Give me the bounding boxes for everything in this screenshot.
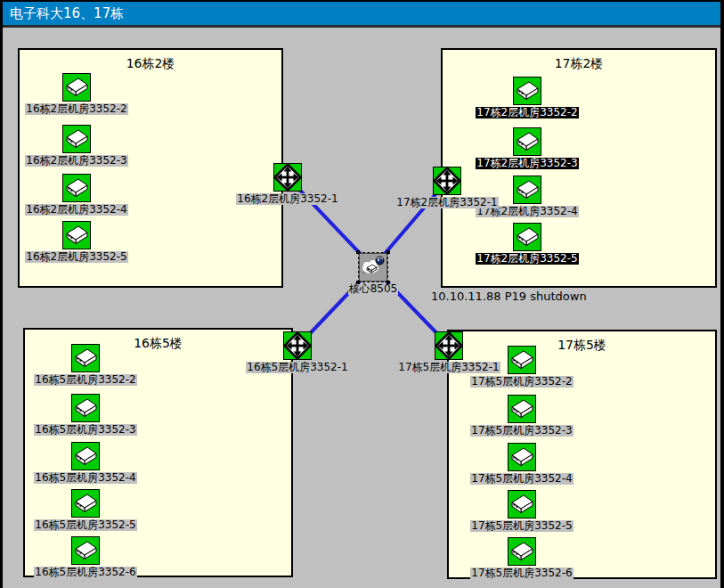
switch-icon	[513, 127, 541, 156]
switch-icon	[508, 346, 536, 374]
switch-icon	[62, 221, 91, 249]
switch-icon	[513, 223, 541, 251]
switch-icon	[71, 489, 100, 518]
switch-icon	[71, 536, 100, 565]
switch-node-17f5-3352-3[interactable]: 17栋5层机房3352-3	[460, 395, 584, 437]
device-label: 16栋5层机房3352-1	[246, 362, 348, 373]
core-switch-node[interactable]: 核心8505	[311, 253, 435, 295]
switch-node-17f2-3352-3[interactable]: 17栋2层机房3352-3	[465, 127, 590, 169]
switch-icon	[62, 125, 91, 153]
router-icon	[283, 331, 312, 360]
switch-node-16f5-3352-6[interactable]: 16栋5层机房3352-6	[23, 536, 148, 578]
device-label: 17栋5层机房3352-6	[470, 568, 573, 579]
router-icon	[433, 167, 461, 195]
selection-handle	[386, 250, 390, 254]
switch-icon	[71, 344, 100, 372]
device-label: 17栋5层机房3352-1	[397, 362, 500, 373]
switch-icon	[508, 490, 536, 519]
device-label: 17栋5层机房3352-4	[470, 473, 573, 485]
selection-handle	[386, 281, 390, 284]
selection-handle	[356, 250, 360, 254]
switch-node-16f2-3352-4[interactable]: 16栋2层机房3352-4	[14, 174, 139, 216]
switch-node-16f2-3352-3[interactable]: 16栋2层机房3352-3	[14, 125, 139, 167]
switch-node-17f5-3352-6[interactable]: 17栋5层机房3352-6	[460, 537, 584, 579]
router-icon	[435, 331, 463, 360]
window-border-top	[0, 0, 724, 2]
switch-node-16f2-3352-5[interactable]: 16栋2层机房3352-5	[14, 221, 139, 263]
router-node-16f5-3352-1[interactable]: 16栋5层机房3352-1	[235, 331, 360, 373]
switch-node-17f2-3352-2[interactable]: 17栋2层机房3352-2	[465, 77, 590, 118]
switch-icon	[62, 73, 91, 102]
switch-node-16f5-3352-2[interactable]: 16栋5层机房3352-2	[23, 344, 148, 386]
switch-icon	[62, 174, 91, 202]
switch-icon	[71, 394, 100, 422]
device-label: 16栋5层机房3352-3	[34, 424, 136, 436]
shutdown-annotation: 10.10.11.88 P19 shutdown	[431, 290, 587, 303]
device-label: 17栋5层机房3352-5	[470, 520, 573, 532]
router-icon	[273, 163, 302, 192]
switch-icon	[513, 176, 541, 204]
group-box-title: 17栋2楼	[443, 56, 715, 72]
device-label: 17栋2层机房3352-2	[476, 107, 578, 118]
group-box-title: 16栋2楼	[20, 56, 281, 72]
switch-node-16f5-3352-3[interactable]: 16栋5层机房3352-3	[23, 394, 148, 436]
device-label: 17栋2层机房3352-5	[476, 253, 578, 265]
switch-icon	[513, 77, 541, 105]
selection-handle	[356, 281, 360, 284]
switch-icon	[508, 443, 536, 471]
device-label: 16栋2层机房3352-4	[25, 204, 127, 216]
switch-node-17f5-3352-5[interactable]: 17栋5层机房3352-5	[460, 490, 584, 532]
device-label: 16栋5层机房3352-4	[34, 472, 136, 484]
device-label: 16栋2层机房3352-3	[25, 155, 127, 167]
device-label: 16栋5层机房3352-5	[34, 519, 136, 531]
switch-node-16f5-3352-5[interactable]: 16栋5层机房3352-5	[23, 489, 148, 531]
device-label: 16栋2层机房3352-1	[236, 193, 338, 205]
device-label: 17栋5层机房3352-2	[470, 376, 573, 388]
router-node-17f5-3352-1[interactable]: 17栋5层机房3352-1	[386, 331, 511, 373]
device-label: 16栋5层机房3352-6	[34, 567, 136, 578]
switch-node-16f5-3352-4[interactable]: 16栋5层机房3352-4	[23, 442, 148, 484]
switch-node-17f5-3352-4[interactable]: 17栋5层机房3352-4	[460, 443, 584, 485]
window-border-right	[720, 0, 724, 588]
switch-icon	[508, 537, 536, 566]
core-switch-icon	[359, 253, 387, 282]
title-bar: 电子科大16、17栋	[3, 2, 720, 25]
device-label: 16栋2层机房3352-5	[25, 251, 127, 263]
title-bar-separator	[0, 25, 724, 28]
device-label: 16栋5层机房3352-2	[34, 374, 136, 386]
router-node-17f2-3352-1[interactable]: 17栋2层机房3352-1	[385, 167, 509, 208]
switch-node-17f2-3352-5[interactable]: 17栋2层机房3352-5	[465, 223, 590, 265]
device-label: 17栋2层机房3352-1	[395, 197, 498, 208]
switch-node-16f2-3352-2[interactable]: 16栋2层机房3352-2	[14, 73, 139, 115]
window-border-left	[0, 0, 3, 588]
switch-icon	[508, 395, 536, 423]
device-label: 核心8505	[348, 283, 399, 295]
switch-icon	[71, 442, 100, 470]
window-title: 电子科大16、17栋	[10, 5, 124, 22]
device-label: 17栋5层机房3352-3	[470, 425, 573, 437]
device-label: 16栋2层机房3352-2	[25, 103, 127, 115]
router-node-16f2-3352-1[interactable]: 16栋2层机房3352-1	[225, 163, 350, 205]
